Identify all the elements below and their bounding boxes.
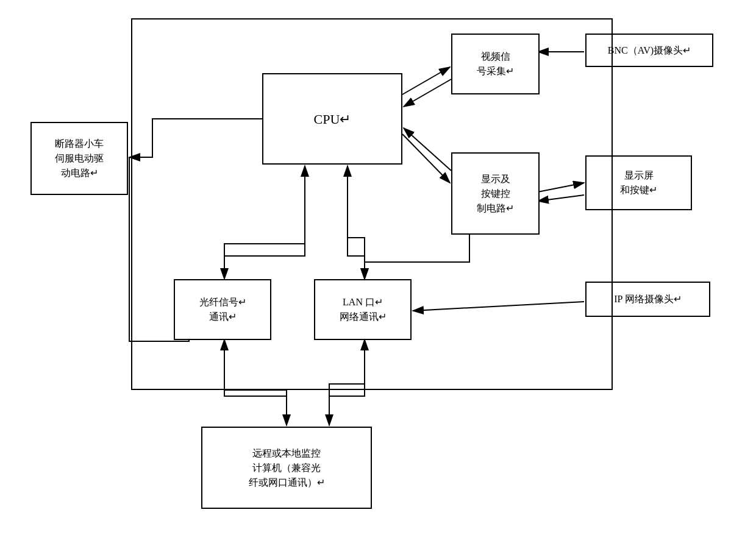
svg-line-7 <box>538 183 584 192</box>
cpu-label: CPU↵ <box>314 109 351 129</box>
svg-line-5 <box>402 134 450 183</box>
svg-line-8 <box>538 195 584 201</box>
display-screen-label: 显示屏和按键↵ <box>620 168 657 197</box>
circuit-breaker-box: 断路器小车伺服电动驱动电路↵ <box>30 122 128 195</box>
circuit-breaker-label: 断路器小车伺服电动驱动电路↵ <box>55 137 104 180</box>
bnc-camera-box: BNC（AV)摄像头↵ <box>585 34 713 67</box>
video-capture-label: 视频信号采集↵ <box>477 49 514 79</box>
ip-camera-label: IP 网络摄像头↵ <box>614 292 682 307</box>
svg-line-4 <box>404 79 451 107</box>
diagram: CPU↵ 视频信号采集↵ BNC（AV)摄像头↵ 显示及按键控制电路↵ 显示屏和… <box>0 0 756 543</box>
display-circuit-box: 显示及按键控制电路↵ <box>451 152 540 235</box>
video-capture-box: 视频信号采集↵ <box>451 34 540 94</box>
fiber-signal-label: 光纤信号↵通讯↵ <box>199 295 246 324</box>
bnc-camera-label: BNC（AV)摄像头↵ <box>608 43 691 58</box>
cpu-box: CPU↵ <box>262 73 402 165</box>
display-circuit-label: 显示及按键控制电路↵ <box>477 172 514 216</box>
fiber-signal-box: 光纤信号↵通讯↵ <box>174 279 271 340</box>
display-screen-box: 显示屏和按键↵ <box>585 155 692 210</box>
ip-camera-box: IP 网络摄像头↵ <box>585 282 710 317</box>
svg-line-6 <box>404 128 451 171</box>
remote-computer-box: 远程或本地监控计算机（兼容光纤或网口通讯）↵ <box>201 427 372 509</box>
lan-comm-label: LAN 口↵网络通讯↵ <box>340 295 387 324</box>
remote-computer-label: 远程或本地监控计算机（兼容光纤或网口通讯）↵ <box>249 446 325 490</box>
svg-line-2 <box>402 67 450 94</box>
lan-comm-box: LAN 口↵网络通讯↵ <box>314 279 412 340</box>
svg-line-9 <box>413 302 584 311</box>
